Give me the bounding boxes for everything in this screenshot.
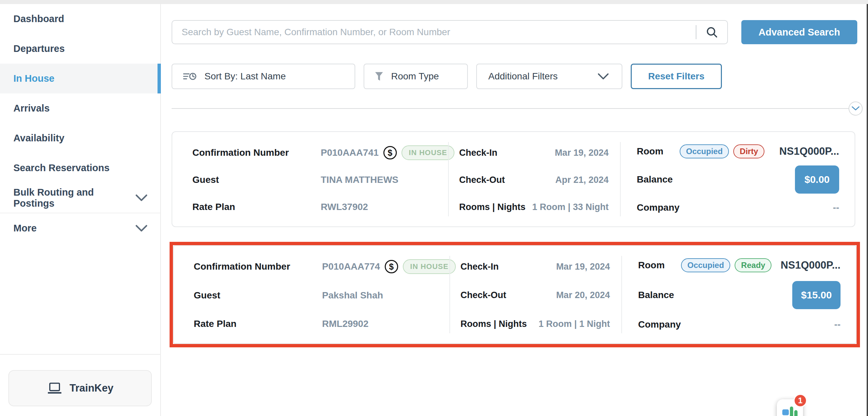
check-in-row: Check-In Mar 19, 2024 [459,143,609,162]
room-number: NS1Q000P... [780,259,840,271]
sidebar-item-departures[interactable]: Departures [0,34,160,64]
dollar-circle-icon[interactable]: $ [383,146,397,159]
sidebar-footer: TrainKey [0,354,160,406]
confirmation-row: Confirmation Number P010AAA774 $ IN HOUS… [194,257,443,276]
reservation-card[interactable]: Confirmation Number P010AAA774 $ IN HOUS… [173,245,857,344]
trainkey-label: TrainKey [70,382,114,394]
highlighted-reservation-frame: Confirmation Number P010AAA774 $ IN HOUS… [169,242,860,347]
housekeeping-status-pill[interactable]: Ready [735,258,772,272]
in-house-badge: IN HOUSE [402,146,455,160]
occupancy-status-pill[interactable]: Occupied [680,145,729,158]
in-house-badge: IN HOUSE [403,259,456,274]
room-number: NS1Q000P... [779,146,839,157]
guest-name: TINA MATTHEWS [321,174,399,185]
active-indicator [157,64,161,93]
room-row: Room Occupied Dirty NS1Q000P... [637,142,839,161]
company-row: Company -- [637,198,839,217]
sidebar-item-search-reservations[interactable]: Search Reservations [0,153,160,183]
section-divider [172,101,863,116]
sidebar: Dashboard Departures In House Arrivals A… [0,4,161,416]
room-type-filter-button[interactable]: Room Type [364,64,468,89]
laptop-icon [47,382,62,394]
collapse-chevron-button[interactable] [848,101,863,116]
company-row: Company -- [638,315,840,334]
sidebar-item-bulk-routing[interactable]: Bulk Routing and Postings [0,183,160,213]
reservation-card[interactable]: Confirmation Number P010AAA741 $ IN HOUS… [172,131,855,227]
confirmation-number: P010AAA774 [322,261,380,272]
window-top-band [0,0,868,4]
sidebar-item-availability[interactable]: Availability [0,123,160,153]
chevron-down-icon [135,194,148,201]
chat-widget: 1 [777,399,804,416]
dollar-circle-icon[interactable]: $ [385,260,398,273]
chevron-down-icon [597,73,609,80]
check-in-date: Mar 19, 2024 [555,148,609,158]
rooms-nights: 1 Room | 33 Night [532,202,609,212]
window-right-edge [867,4,868,416]
check-out-date: Apr 21, 2024 [555,175,609,185]
search-icon[interactable] [696,26,727,38]
sort-by-button[interactable]: Sort By: Last Name [172,64,355,89]
additional-filters-dropdown[interactable]: Additional Filters [476,64,622,89]
sidebar-item-in-house[interactable]: In House [0,64,160,93]
guest-row: Guest TINA MATTHEWS [192,170,441,189]
reset-filters-button[interactable]: Reset Filters [631,64,722,89]
sidebar-nav: Dashboard Departures In House Arrivals A… [0,4,160,243]
balance-button[interactable]: $0.00 [795,165,839,194]
rate-plan-row: Rate Plan RML29902 [194,315,443,333]
confirmation-number: P010AAA741 [321,148,379,158]
guest-row: Guest Pakshal Shah [194,286,443,305]
sort-icon [183,72,197,81]
balance-button[interactable]: $15.00 [792,281,840,309]
sidebar-item-arrivals[interactable]: Arrivals [0,93,160,123]
company-value: -- [833,202,839,213]
check-out-row: Check-Out Mar 20, 2024 [461,286,610,305]
funnel-icon [374,71,384,82]
check-out-row: Check-Out Apr 21, 2024 [459,170,609,189]
search-input[interactable] [172,21,696,43]
check-out-date: Mar 20, 2024 [556,290,610,300]
rooms-nights: 1 Room | 1 Night [538,319,610,329]
balance-row: Balance $0.00 [637,165,839,194]
balance-row: Balance $15.00 [638,281,840,309]
room-row: Room Occupied Ready NS1Q000P... [638,256,840,275]
rate-plan-row: Rate Plan RWL37902 [192,198,441,216]
housekeeping-status-pill[interactable]: Dirty [733,145,765,158]
chevron-down-icon [135,225,148,232]
check-in-date: Mar 19, 2024 [556,262,610,272]
guest-name: Pakshal Shah [322,290,383,301]
advanced-search-button[interactable]: Advanced Search [741,20,857,44]
sidebar-item-dashboard[interactable]: Dashboard [0,4,160,34]
confirmation-row: Confirmation Number P010AAA741 $ IN HOUS… [192,143,441,162]
occupancy-status-pill[interactable]: Occupied [681,258,730,272]
main-content: Advanced Search Sort By: Last Name Room … [161,4,868,416]
rate-plan: RML29902 [322,319,369,329]
rooms-nights-row: Rooms | Nights 1 Room | 1 Night [461,315,610,333]
search-bar [172,20,728,44]
rate-plan: RWL37902 [321,202,368,212]
check-in-row: Check-In Mar 19, 2024 [461,257,610,276]
company-value: -- [834,319,840,330]
sidebar-item-more[interactable]: More [0,213,160,243]
notification-badge[interactable]: 1 [794,394,807,407]
filter-row: Sort By: Last Name Room Type Additional … [172,64,722,89]
trainkey-button[interactable]: TrainKey [8,370,152,406]
rooms-nights-row: Rooms | Nights 1 Room | 33 Night [459,198,609,216]
